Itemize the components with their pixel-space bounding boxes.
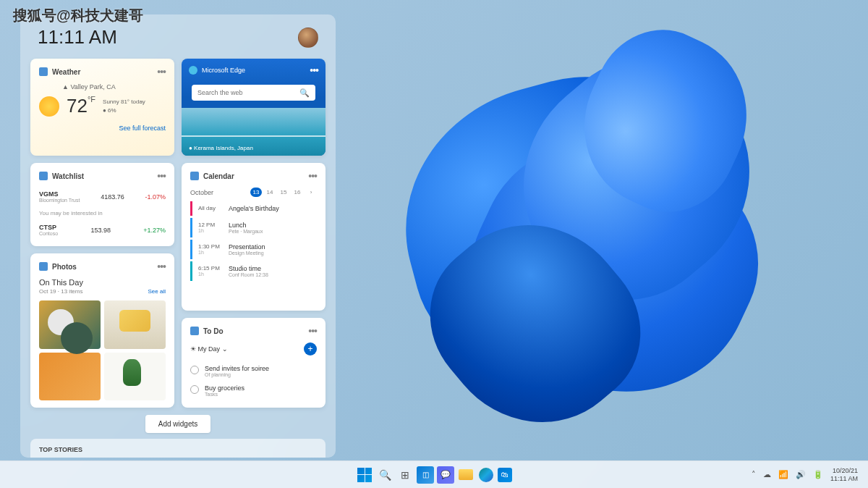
bing-widget[interactable]: Microsoft Edge ••• 🔍 ● Kerama Islands, J… [182, 59, 326, 156]
explorer-button[interactable] [457, 466, 475, 484]
search-button[interactable]: 🔍 [376, 466, 393, 484]
photo-thumbnail[interactable] [39, 300, 101, 349]
calendar-event[interactable]: 6:15 PM1hStudio timeConf Room 12:38 [190, 261, 317, 281]
weather-widget[interactable]: Weather ••• ▲ Valley Park, CA 72°F Sunny… [30, 59, 174, 156]
photos-see-all[interactable]: See all [148, 288, 166, 295]
stocks-title: Watchlist [52, 172, 153, 180]
photos-icon [39, 262, 48, 271]
start-button[interactable] [356, 466, 373, 484]
todo-list-name[interactable]: ☀ My Day ⌄ [190, 345, 299, 353]
bing-title: Microsoft Edge [202, 67, 305, 74]
calendar-event[interactable]: 1:30 PM1hPresentationDesign Meeting [190, 240, 317, 259]
todo-icon [190, 327, 199, 335]
bing-search-box[interactable]: 🔍 [192, 85, 315, 101]
calendar-day[interactable]: 15 [278, 188, 289, 197]
todo-add-button[interactable]: + [304, 342, 317, 356]
calendar-day[interactable]: 13 [250, 188, 262, 197]
photos-heading: On This Day [39, 278, 166, 287]
battery-icon[interactable]: 🔋 [813, 470, 823, 479]
edge-button[interactable] [477, 466, 495, 484]
chat-button[interactable]: 💬 [437, 466, 454, 484]
photos-widget[interactable]: Photos ••• On This Day Oct 19 · 13 items… [30, 253, 174, 408]
stocks-menu[interactable]: ••• [157, 170, 166, 182]
stock-row[interactable]: CTSPContoso153.98+1.27% [39, 221, 166, 239]
bing-image[interactable]: ● Kerama Islands, Japan [182, 108, 326, 156]
todo-item[interactable]: Buy groceriesTasks [190, 381, 317, 400]
calendar-icon [190, 172, 199, 180]
weather-forecast-link[interactable]: See full forecast [39, 125, 166, 132]
chevron-up-icon[interactable]: ˄ [752, 470, 756, 479]
stocks-icon [39, 172, 48, 180]
weather-icon [39, 67, 48, 76]
calendar-title: Calendar [203, 172, 304, 180]
weather-location: ▲ Valley Park, CA [62, 83, 166, 91]
stock-row[interactable]: VGMSBloomington Trust4183.76-1.07% [39, 188, 166, 206]
taskbar-clock[interactable]: 10/20/21 11:11 AM [830, 467, 858, 483]
photos-menu[interactable]: ••• [157, 261, 166, 272]
weather-temp: 72 [67, 95, 88, 117]
stocks-note: You may be interested in [39, 210, 166, 216]
photos-meta: Oct 19 · 13 items [39, 288, 82, 295]
news-header: TOP STORIES [39, 446, 317, 453]
taskbar: 🔍 ⊞ ◫ 💬 🛍 ˄ ☁ 📶 🔊 🔋 10/20/21 11:11 AM [0, 460, 868, 488]
calendar-event[interactable]: All dayAngela's Birthday [190, 201, 317, 216]
watermark-text: 搜狐号@科技犬建哥 [13, 6, 143, 25]
news-section: TOP STORIES CNN Today · 2 hoursOne of th… [30, 439, 326, 458]
add-widgets-button[interactable]: Add widgets [145, 415, 210, 433]
calendar-day[interactable]: 14 [264, 188, 276, 197]
calendar-day[interactable]: 16 [292, 188, 303, 197]
todo-checkbox[interactable] [190, 366, 199, 374]
photo-thumbnail[interactable] [39, 353, 101, 401]
calendar-month: October [190, 189, 246, 196]
photos-title: Photos [52, 263, 153, 271]
calendar-widget[interactable]: Calendar ••• October 13141516› All dayAn… [182, 163, 326, 311]
todo-title: To Do [203, 327, 304, 335]
weather-desc: Sunny 81° today [103, 98, 145, 106]
calendar-menu[interactable]: ••• [308, 170, 317, 182]
bing-menu[interactable]: ••• [310, 64, 318, 76]
store-button[interactable]: 🛍 [498, 468, 512, 482]
weather-title: Weather [52, 68, 153, 76]
calendar-day[interactable]: › [305, 188, 317, 197]
todo-widget[interactable]: To Do ••• ☀ My Day ⌄ + Send invites for … [182, 318, 326, 408]
sun-icon [39, 96, 59, 117]
watchlist-widget[interactable]: Watchlist ••• VGMSBloomington Trust4183.… [30, 163, 174, 246]
photo-thumbnail[interactable] [104, 353, 166, 401]
search-icon[interactable]: 🔍 [299, 88, 310, 98]
bing-caption: ● Kerama Islands, Japan [189, 145, 253, 151]
photo-thumbnail[interactable] [104, 300, 166, 349]
panel-time: 11:11 AM [38, 26, 117, 49]
todo-item[interactable]: Send invites for soireeOf planning [190, 361, 317, 381]
volume-icon[interactable]: 🔊 [796, 470, 806, 479]
edge-icon [189, 66, 197, 75]
todo-checkbox[interactable] [190, 385, 199, 394]
widgets-button[interactable]: ◫ [417, 466, 434, 484]
weather-menu[interactable]: ••• [157, 66, 166, 77]
user-avatar[interactable] [298, 28, 318, 48]
widgets-panel: 11:11 AM Weather ••• ▲ Valley Park, CA 7… [20, 14, 336, 458]
todo-menu[interactable]: ••• [308, 325, 317, 337]
bing-search-input[interactable] [197, 89, 299, 96]
task-view-button[interactable]: ⊞ [396, 466, 414, 484]
onedrive-icon[interactable]: ☁ [763, 470, 771, 479]
wifi-icon[interactable]: 📶 [778, 470, 788, 479]
calendar-event[interactable]: 12 PM1hLunchPete · Margaux [190, 218, 317, 237]
